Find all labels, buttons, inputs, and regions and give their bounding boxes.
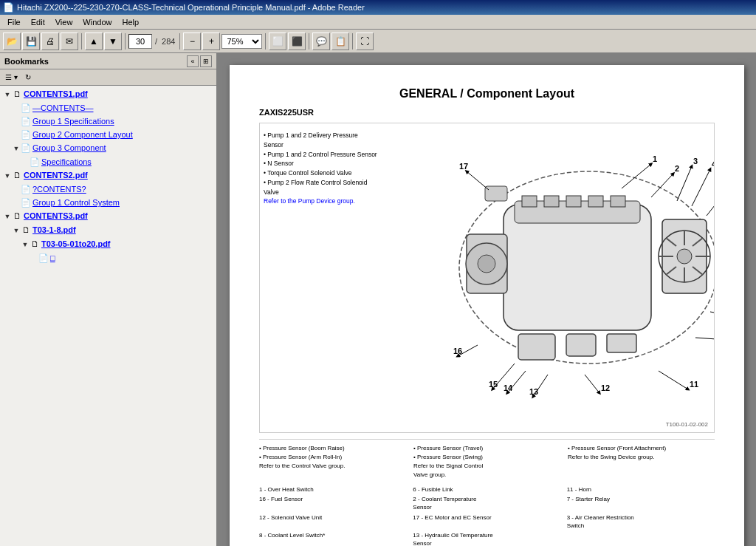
numbered-item-1: 1 - Over Heat Switch [259,485,407,494]
svg-text:13: 13 [529,387,538,396]
svg-point-10 [677,249,692,264]
file-icon-group1ctrl: 📄 [21,197,31,208]
print-button[interactable]: 🖨 [41,33,59,50]
svg-line-48 [585,375,599,393]
expand-group3comp[interactable]: ▼ [12,143,21,154]
next-page-button[interactable]: ▼ [104,33,122,50]
bottom-label-left: • Pressure Sensor (Boom Raise) • Pressur… [259,444,406,480]
markup-button[interactable]: 📋 [331,33,349,50]
svg-text:11: 11 [690,380,698,389]
zoom-in-button[interactable]: + [202,33,220,50]
tree-item-group1ctrl[interactable]: 📄 Group 1 Control System [0,196,216,209]
svg-line-34 [707,174,715,216]
pdf-title: GENERAL / Component Layout [259,87,715,100]
bookmarks-tree[interactable]: ▼ 🗋 CONTENTS1.pdf 📄 —CONTENTS— 📄 Group 1… [0,86,216,546]
svg-line-36 [714,231,715,245]
open-button[interactable]: 📂 [3,33,21,50]
label-group3comp: Group 3 Component [31,142,216,154]
menu-edit[interactable]: Edit [27,17,49,27]
sep3 [179,33,180,50]
bottom-label-right-1: • Pressure Sensor (Front Attachment) [568,444,715,453]
page-number-input[interactable] [128,34,152,49]
bookmarks-panel: Bookmarks « ⊞ ☰ ▾ ↻ ▼ 🗋 CONTENTS1.pdf 📄 [0,53,218,546]
tree-item-contents3[interactable]: ▼ 🗋 CONTENTS3.pdf [0,209,216,223]
comment-button[interactable]: 💬 [312,33,330,50]
label-contents2-q: ?CONTENTS? [31,183,216,195]
svg-text:16: 16 [453,347,462,355]
numbered-item-3: 3 - Air Cleaner Restriction Switch [567,513,715,530]
sep6 [352,33,353,50]
bookmarks-sort-btn[interactable]: ☰ ▾ [3,71,20,84]
file-icon-group3comp: 📄 [21,142,31,154]
svg-rect-24 [607,334,636,352]
svg-text:4: 4 [712,160,715,168]
bookmarks-toolbar: ☰ ▾ ↻ [0,69,216,86]
numbered-item-12: 12 - Solenoid Valve Unit [259,513,407,530]
tree-item-t03-1-8[interactable]: ▼ 🗋 T03-1-8.pdf [0,223,216,237]
page-separator: / [155,37,157,46]
bookmarks-options-btn[interactable]: ⊞ [200,55,212,67]
svg-text:12: 12 [601,383,610,392]
pdf-numbered-list: 1 - Over Heat Switch 6 - Fusible Link 11… [259,485,715,546]
bookmarks-collapse-btn[interactable]: « [187,55,199,67]
expand-t03-1-8[interactable]: ▼ [12,225,21,236]
label-group1ctrl: Group 1 Control System [31,197,216,208]
bottom-label-center-2: • Pressure Sensor (Swing) [413,453,560,462]
svg-line-32 [692,169,710,206]
label-group3spec: Specifications [40,156,216,168]
pdf-diagram-ref: T100-01-02-002 [666,421,708,428]
menu-file[interactable]: File [3,17,25,27]
numbered-item-6: 6 - Fusible Link [413,485,560,494]
app-icon: 📄 [3,2,14,13]
file-icon-group2comp: 📄 [21,129,31,140]
pdf-note-box: • Pump 1 and 2 Delivery Pressure Sensor … [264,131,378,206]
svg-text:15: 15 [489,380,498,389]
email-button[interactable]: ✉ [61,33,78,50]
pdf-diagram-area: • Pump 1 and 2 Delivery Pressure Sensor … [259,123,715,433]
tree-item-contents2-q[interactable]: 📄 ?CONTENTS? [0,182,216,196]
tree-item-contents2[interactable]: ▼ 🗋 CONTENTS2.pdf [0,168,216,182]
tree-item-contents1[interactable]: ▼ 🗋 CONTENTS1.pdf [0,87,216,101]
tree-item-group3comp[interactable]: ▼ 📄 Group 3 Component [0,141,216,155]
menu-window[interactable]: Window [78,17,116,27]
expand-contents3[interactable]: ▼ [3,211,12,222]
tree-item-contents-dash[interactable]: 📄 —CONTENTS— [0,101,216,115]
bookmarks-title: Bookmarks [4,57,49,66]
svg-text:17: 17 [459,162,468,171]
tree-item-group2comp[interactable]: 📄 Group 2 Component Layout [0,128,216,141]
label-contents2: CONTENTS2.pdf [22,169,216,181]
fit-width-button[interactable]: ⬛ [288,33,306,50]
toolbar: 📂 💾 🖨 ✉ ▲ ▼ / 284 − + 75% 100% 125% 150%… [0,30,756,53]
fit-page-button[interactable]: ⬜ [269,33,286,50]
file-icon-dash: 📄 [21,102,31,114]
zoom-select[interactable]: 75% 100% 125% 150% [221,34,262,49]
pdf-area[interactable]: GENERAL / Component Layout ZAXIS225USR •… [218,53,756,546]
expand-t03-05[interactable]: ▼ [21,239,30,250]
prev-page-button[interactable]: ▲ [85,33,103,50]
svg-text:2: 2 [675,164,679,173]
label-blank: □ [49,252,216,264]
fullscreen-button[interactable]: ⛶ [356,33,374,50]
tree-item-t03-05[interactable]: ▼ 🗋 T03-05-01to20.pdf [0,237,216,251]
svg-text:3: 3 [693,157,698,165]
bookmarks-refresh-btn[interactable]: ↻ [23,71,33,84]
pdf-divider [259,439,715,440]
expand-contents1[interactable]: ▼ [3,89,12,100]
menu-help[interactable]: Help [117,17,143,27]
save-button[interactable]: 💾 [22,33,40,50]
expand-contents2[interactable]: ▼ [3,170,12,182]
pdf-bottom-labels: • Pressure Sensor (Boom Raise) • Pressur… [259,444,715,480]
zoom-out-button[interactable]: − [183,33,201,50]
bottom-label-center-4: Valve group. [413,471,560,480]
menu-bar: File Edit View Window Help [0,15,756,30]
menu-view[interactable]: View [51,17,78,27]
tree-item-group1spec[interactable]: 📄 Group 1 Specifications [0,115,216,128]
bottom-label-right: • Pressure Sensor (Front Attachment) Ref… [568,444,715,480]
svg-text:14: 14 [504,383,513,392]
pdf-model: ZAXIS225USR [259,108,715,117]
file-icon-contents2-q: 📄 [21,183,31,195]
file-icon-t03-05: 🗋 [30,238,40,250]
tree-item-blank[interactable]: 📄 □ [0,251,216,265]
tree-item-group3spec[interactable]: 📄 Specifications [0,155,216,168]
bottom-label-left-1: • Pressure Sensor (Boom Raise) [259,444,406,453]
